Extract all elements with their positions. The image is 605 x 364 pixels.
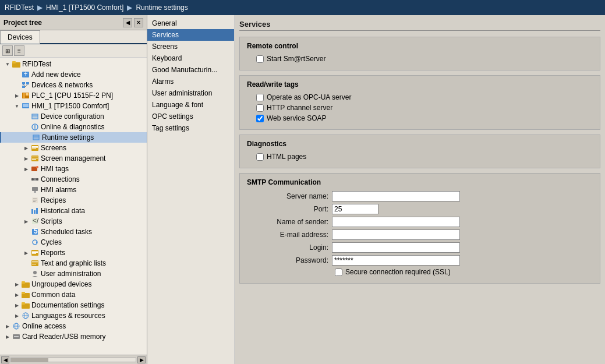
- http-channel-checkbox[interactable]: [256, 104, 264, 112]
- tree-item-doc_settings[interactable]: ▶Documentation settings: [0, 300, 147, 310]
- tree-item-label-scheduled_tasks: Scheduled tasks: [41, 228, 92, 236]
- diagnostics-title: Diagnostics: [247, 140, 593, 148]
- tree-expand-add_device: [13, 70, 21, 79]
- svg-rect-57: [32, 264, 36, 264]
- tree-expand-recipes: [22, 196, 30, 204]
- tree-item-plc1[interactable]: ▶PLC_1 [CPU 1515F-2 PN]: [0, 90, 147, 101]
- tree-item-label-online_access: Online access: [22, 322, 66, 330]
- svg-rect-51: [32, 251, 38, 252]
- tree-expand-connections: [22, 175, 30, 183]
- tree-item-screens[interactable]: ▶Screens: [0, 143, 147, 153]
- tree-item-reports[interactable]: ▶Reports: [0, 248, 147, 258]
- tree-expand-hmi1[interactable]: ▼: [13, 102, 21, 110]
- tree-expand-card_reader[interactable]: ▶: [3, 333, 12, 341]
- tree-item-recipes[interactable]: Recipes: [0, 195, 147, 206]
- tree-item-online_access[interactable]: ▶Online access: [0, 321, 147, 331]
- tree-expand-screen_mgmt[interactable]: ▶: [22, 154, 30, 162]
- svg-rect-56: [32, 263, 38, 263]
- sender-name-input[interactable]: [332, 217, 460, 227]
- tree-item-add_device[interactable]: +Add new device: [0, 69, 147, 80]
- tree-item-label-text_graphic: Text and graphic lists: [41, 259, 106, 267]
- services-title: Services: [239, 20, 600, 31]
- nav-item-screens[interactable]: Screens: [147, 41, 234, 52]
- tree-item-connections[interactable]: Connections: [0, 174, 147, 185]
- tree-item-historical_data[interactable]: Historical data: [0, 206, 147, 216]
- tree-expand-common_data[interactable]: ▶: [13, 291, 21, 299]
- tree-item-scheduled_tasks[interactable]: 5Scheduled tasks: [0, 227, 147, 237]
- tree-item-label-common_data: Common data: [31, 291, 75, 299]
- svg-rect-55: [32, 261, 38, 262]
- tree-item-card_reader[interactable]: ▶Card Reader/USB memory: [0, 331, 147, 342]
- email-input[interactable]: [332, 229, 460, 240]
- tree-item-devices_networks[interactable]: Devices & networks: [0, 80, 147, 90]
- tree-item-icon-rfidtest: [12, 59, 21, 69]
- tree-item-device_config[interactable]: Device configuration: [0, 111, 147, 122]
- login-label: Login:: [256, 243, 332, 252]
- tree-expand-rfidtest[interactable]: ▼: [3, 60, 12, 68]
- tree-expand-scripts[interactable]: ▶: [22, 217, 30, 225]
- tree-item-online_diag[interactable]: Online & diagnostics: [0, 122, 147, 132]
- tree-item-runtime_settings[interactable]: Runtime settings: [0, 132, 147, 143]
- nav-item-good_manufacturing[interactable]: Good Manufacturin...: [147, 64, 234, 76]
- svg-rect-60: [22, 281, 25, 284]
- svg-rect-52: [32, 252, 38, 253]
- opc-ua-checkbox[interactable]: [256, 94, 264, 101]
- close-panel-button[interactable]: ✕: [134, 18, 143, 27]
- tree-item-user_admin[interactable]: User administration: [0, 268, 147, 279]
- tree-item-hmi_tags[interactable]: ▶HMI tags: [0, 164, 147, 174]
- tree-expand-user_admin: [22, 270, 30, 278]
- tree-expand-languages[interactable]: ▶: [13, 312, 21, 320]
- nav-item-tag_settings[interactable]: Tag settings: [147, 122, 234, 134]
- devices-tab[interactable]: Devices: [0, 30, 40, 44]
- tree-item-icon-add_device: +: [21, 70, 30, 79]
- nav-item-general[interactable]: General: [147, 17, 234, 29]
- tree-item-hmi_alarms[interactable]: HMI alarms: [0, 185, 147, 195]
- tree-item-icon-common_data: [21, 290, 30, 299]
- collapse-panel-button[interactable]: ◀: [123, 18, 132, 27]
- tree-item-icon-runtime_settings: [31, 133, 41, 142]
- breadcrumb-part-0: RFIDTest: [5, 3, 34, 12]
- scroll-right-btn[interactable]: ▶: [137, 356, 146, 363]
- toolbar-grid-btn[interactable]: ⊞: [2, 45, 13, 56]
- tree-expand-doc_settings[interactable]: ▶: [13, 301, 21, 309]
- port-input[interactable]: [332, 204, 378, 214]
- server-name-input[interactable]: [332, 191, 460, 202]
- nav-item-opc_settings[interactable]: OPC settings: [147, 111, 234, 122]
- smart-server-checkbox[interactable]: [256, 55, 264, 63]
- ssl-checkbox[interactable]: [335, 268, 342, 276]
- scroll-track[interactable]: [10, 358, 136, 362]
- tree-item-text_graphic[interactable]: Text and graphic lists: [0, 258, 147, 268]
- html-pages-checkbox[interactable]: [256, 153, 264, 161]
- tree-item-cycles[interactable]: Cycles: [0, 237, 147, 248]
- toolbar-list-btn[interactable]: ≡: [14, 45, 24, 56]
- tree-expand-online_diag: [22, 123, 30, 131]
- tree-expand-reports[interactable]: ▶: [22, 249, 30, 257]
- tree-expand-online_access[interactable]: ▶: [3, 322, 12, 330]
- tree-item-common_data[interactable]: ▶Common data: [0, 289, 147, 300]
- tree-item-rfidtest[interactable]: ▼RFIDTest: [0, 59, 147, 69]
- nav-item-alarms[interactable]: Alarms: [147, 76, 234, 87]
- nav-item-keyboard[interactable]: Keyboard: [147, 52, 234, 64]
- breadcrumb-part-1: HMI_1 [TP1500 Comfort]: [46, 3, 123, 12]
- tree-item-ungrouped[interactable]: ▶Ungrouped devices: [0, 279, 147, 289]
- panel-title: Project tree: [3, 19, 42, 27]
- tree-item-hmi1[interactable]: ▼HMI_1 [TP1500 Comfort]: [0, 101, 147, 111]
- tree-expand-ungrouped[interactable]: ▶: [13, 280, 21, 288]
- tree-item-languages[interactable]: ▶Languages & resources: [0, 310, 147, 321]
- tree-item-scripts[interactable]: ▶</>Scripts: [0, 216, 147, 227]
- password-row: Password:: [256, 255, 593, 266]
- tree-expand-hmi_tags[interactable]: ▶: [22, 165, 30, 173]
- scroll-left-btn[interactable]: ◀: [1, 356, 9, 363]
- web-service-checkbox[interactable]: [256, 115, 264, 122]
- http-channel-row: HTTP channel server: [247, 104, 593, 112]
- login-input[interactable]: [332, 242, 460, 253]
- nav-item-language_font[interactable]: Language & font: [147, 99, 234, 111]
- password-input[interactable]: [332, 255, 460, 266]
- svg-rect-10: [23, 93, 25, 98]
- nav-item-user_admin[interactable]: User administration: [147, 87, 234, 99]
- tree-area[interactable]: ▼RFIDTest+Add new deviceDevices & networ…: [0, 58, 147, 355]
- tree-expand-screens[interactable]: ▶: [22, 144, 30, 152]
- tree-expand-plc1[interactable]: ▶: [13, 91, 21, 100]
- tree-item-screen_mgmt[interactable]: ▶Screen management: [0, 153, 147, 164]
- nav-item-services[interactable]: Services: [147, 29, 234, 41]
